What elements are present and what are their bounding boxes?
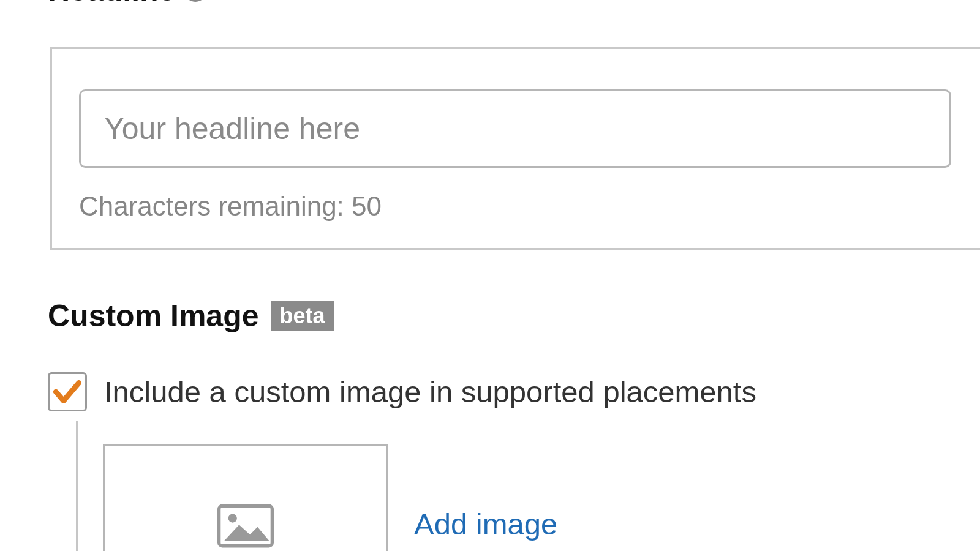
include-custom-image-row: Include a custom image in supported plac…: [48, 372, 756, 411]
image-upload-box[interactable]: [103, 444, 388, 551]
add-image-link[interactable]: Add image: [414, 507, 557, 541]
check-icon: [52, 377, 83, 407]
headline-label-row: Headline i: [48, 0, 207, 8]
svg-point-1: [228, 514, 236, 523]
headline-box: Characters remaining: 50: [50, 47, 980, 250]
include-custom-image-label: Include a custom image in supported plac…: [104, 375, 756, 409]
vertical-rule: [76, 421, 78, 551]
image-placeholder-icon: [217, 504, 274, 548]
info-icon[interactable]: i: [184, 0, 207, 2]
headline-label: Headline: [48, 0, 175, 8]
beta-badge: beta: [271, 301, 334, 331]
custom-image-label-row: Custom Image beta: [48, 298, 334, 334]
characters-remaining-text: Characters remaining: 50: [79, 191, 382, 222]
custom-image-label: Custom Image: [48, 298, 259, 334]
headline-input[interactable]: [79, 89, 951, 168]
include-custom-image-checkbox[interactable]: [48, 372, 87, 411]
